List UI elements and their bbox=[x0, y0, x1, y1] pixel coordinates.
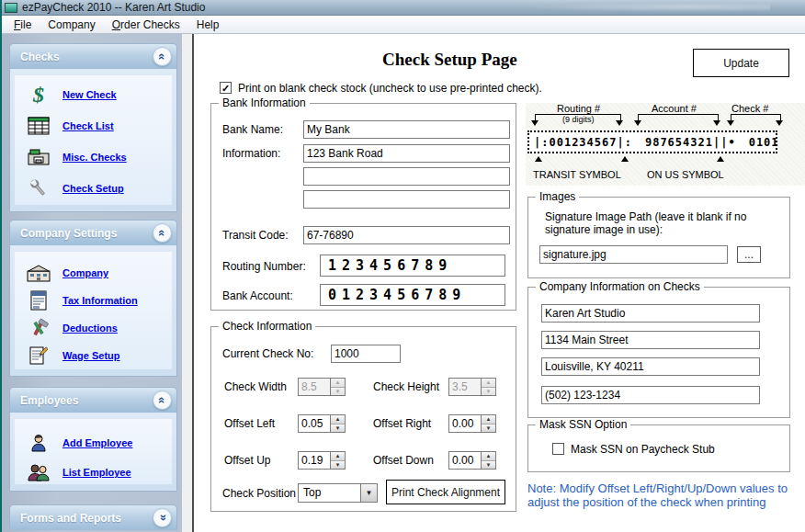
current-check-no-input[interactable] bbox=[331, 345, 401, 363]
offset-note: Note: Modify Offset Left/Right/Up/Down v… bbox=[527, 481, 788, 509]
mask-ssn-label: Mask SSN on Paycheck Stub bbox=[571, 443, 715, 456]
transit-code-input[interactable] bbox=[303, 226, 510, 244]
collapse-employees-button[interactable]: « bbox=[153, 391, 172, 410]
wrench-icon bbox=[15, 178, 62, 198]
on-us-symbol-caption: ON US SYMBOL bbox=[647, 169, 724, 180]
company-name-input[interactable] bbox=[541, 304, 760, 323]
browse-button[interactable]: ... bbox=[737, 246, 761, 263]
bank-info-line2-input[interactable] bbox=[303, 167, 510, 186]
bank-account-input[interactable]: 0123456789 bbox=[320, 284, 505, 306]
check-height-label: Check Height bbox=[373, 380, 439, 393]
list-employee-link[interactable]: List Employee bbox=[62, 467, 131, 478]
spin-up-icon[interactable]: ▲ bbox=[482, 452, 495, 461]
dropdown-arrow-icon[interactable]: ▼ bbox=[360, 484, 377, 502]
check-information-title: Check Information bbox=[219, 320, 315, 333]
company-info-group: Company Information on Checks bbox=[527, 287, 790, 418]
check-width-label: Check Width bbox=[224, 380, 287, 393]
company-street-input[interactable] bbox=[541, 331, 760, 349]
company-city-input[interactable] bbox=[541, 357, 760, 376]
tax-doc-icon bbox=[15, 290, 62, 311]
spin-up-icon[interactable]: ▲ bbox=[482, 415, 495, 424]
current-check-no-label: Current Check No: bbox=[222, 347, 313, 360]
on-us-symbol: ||• bbox=[713, 136, 736, 149]
spin-up-icon[interactable]: ▲ bbox=[331, 415, 345, 424]
offset-up-stepper[interactable]: ▲▼ bbox=[298, 451, 346, 470]
collapse-checks-button[interactable]: « bbox=[153, 47, 172, 66]
menu-help[interactable]: Help bbox=[188, 17, 228, 33]
account-digits: 987654321 bbox=[645, 136, 713, 149]
app-icon bbox=[5, 3, 17, 13]
spin-down-icon: ▼ bbox=[331, 388, 345, 396]
new-check-link[interactable]: New Check bbox=[62, 89, 117, 100]
company-link[interactable]: Company bbox=[62, 267, 108, 278]
offset-right-stepper[interactable]: ▲▼ bbox=[448, 414, 496, 433]
down-arrow-icon bbox=[616, 120, 623, 126]
menu-bar: File Company Order Checks Help bbox=[2, 16, 805, 34]
sidebar-item-misc-checks[interactable]: Misc. Checks bbox=[15, 141, 172, 173]
offset-right-value[interactable] bbox=[449, 415, 481, 432]
print-check-alignment-button[interactable]: Print Check Alignment bbox=[386, 480, 505, 504]
wage-setup-link[interactable]: Wage Setup bbox=[62, 350, 120, 361]
bank-information-group: Bank Information Bank Name: Information:… bbox=[210, 103, 516, 311]
tax-information-link[interactable]: Tax Information bbox=[62, 295, 138, 306]
sidebar-item-list-employee[interactable]: List Employee bbox=[15, 458, 172, 487]
offset-down-value[interactable] bbox=[449, 452, 481, 469]
menu-file[interactable]: File bbox=[6, 17, 40, 33]
section-forms-reports-header[interactable]: Forms and Reports « bbox=[9, 504, 177, 530]
misc-checks-link[interactable]: Misc. Checks bbox=[62, 152, 127, 163]
check-setup-link[interactable]: Check Setup bbox=[62, 183, 124, 194]
company-phone-input[interactable] bbox=[541, 386, 760, 404]
routing-number-input[interactable]: 123456789 bbox=[320, 255, 505, 277]
offset-note-line1: Note: Modify Offset Left/Right/Up/Down v… bbox=[527, 481, 788, 495]
expand-forms-reports-button[interactable]: « bbox=[153, 508, 172, 527]
chevron-down-icon: « bbox=[154, 515, 170, 521]
deductions-link[interactable]: Deductions bbox=[62, 323, 118, 334]
tools-icon bbox=[15, 318, 62, 338]
images-group-title: Images bbox=[536, 190, 579, 203]
sidebar-item-check-setup[interactable]: Check Setup bbox=[15, 173, 172, 204]
offset-up-value[interactable] bbox=[299, 452, 330, 469]
spin-down-icon[interactable]: ▼ bbox=[482, 424, 495, 433]
bank-name-input[interactable] bbox=[303, 120, 510, 139]
print-blank-stock-checkbox[interactable]: ✓ bbox=[220, 82, 232, 94]
section-company-settings-header[interactable]: Company Settings « bbox=[9, 220, 177, 245]
menu-company[interactable]: Company bbox=[40, 17, 103, 33]
section-checks-header[interactable]: Checks « bbox=[9, 43, 177, 69]
offset-down-label: Offset Down bbox=[373, 454, 434, 467]
micr-check-label: Check # bbox=[731, 103, 768, 114]
bank-info-line3-input[interactable] bbox=[303, 190, 510, 209]
add-employee-link[interactable]: Add Employee bbox=[62, 437, 132, 448]
update-button[interactable]: Update bbox=[693, 49, 789, 77]
spin-down-icon[interactable]: ▼ bbox=[482, 461, 495, 470]
check-position-select[interactable]: Top ▼ bbox=[298, 483, 378, 503]
collapse-company-settings-button[interactable]: « bbox=[153, 223, 172, 243]
sidebar-item-tax-information[interactable]: Tax Information bbox=[15, 287, 172, 314]
spin-up-icon[interactable]: ▲ bbox=[331, 452, 345, 461]
sidebar-item-check-list[interactable]: Check List bbox=[15, 110, 172, 141]
bank-info-line1-input[interactable] bbox=[303, 144, 510, 163]
transit-symbol-caption: TRANSIT SYMBOL bbox=[533, 169, 621, 180]
offset-left-label: Offset Left bbox=[224, 417, 275, 430]
spin-down-icon[interactable]: ▼ bbox=[331, 461, 345, 470]
micr-routing-label: Routing # bbox=[557, 103, 600, 114]
chevron-up-icon: « bbox=[154, 230, 170, 236]
signature-path-input[interactable] bbox=[539, 245, 728, 264]
offset-left-value[interactable] bbox=[299, 415, 330, 432]
routing-bracket bbox=[535, 114, 621, 120]
section-employees-title: Employees bbox=[20, 394, 78, 407]
down-arrow-icon bbox=[713, 120, 720, 126]
sidebar-item-wage-setup[interactable]: Wage Setup bbox=[15, 342, 172, 369]
sidebar-item-company[interactable]: Company bbox=[15, 259, 172, 287]
sidebar-item-deductions[interactable]: Deductions bbox=[15, 314, 172, 342]
signature-path-label-line2: signature image in use): bbox=[545, 223, 663, 236]
menu-order-checks[interactable]: Order Checks bbox=[104, 17, 188, 33]
offset-left-stepper[interactable]: ▲▼ bbox=[298, 414, 346, 433]
sidebar-item-add-employee[interactable]: Add Employee bbox=[15, 428, 172, 458]
mask-ssn-checkbox[interactable] bbox=[552, 443, 564, 455]
offset-down-stepper[interactable]: ▲▼ bbox=[448, 451, 496, 470]
check-list-link[interactable]: Check List bbox=[62, 120, 114, 131]
sidebar-item-new-check[interactable]: $ New Check bbox=[15, 79, 172, 110]
bank-name-label: Bank Name: bbox=[222, 123, 283, 136]
section-employees-header[interactable]: Employees « bbox=[9, 387, 177, 413]
spin-down-icon[interactable]: ▼ bbox=[331, 424, 345, 433]
